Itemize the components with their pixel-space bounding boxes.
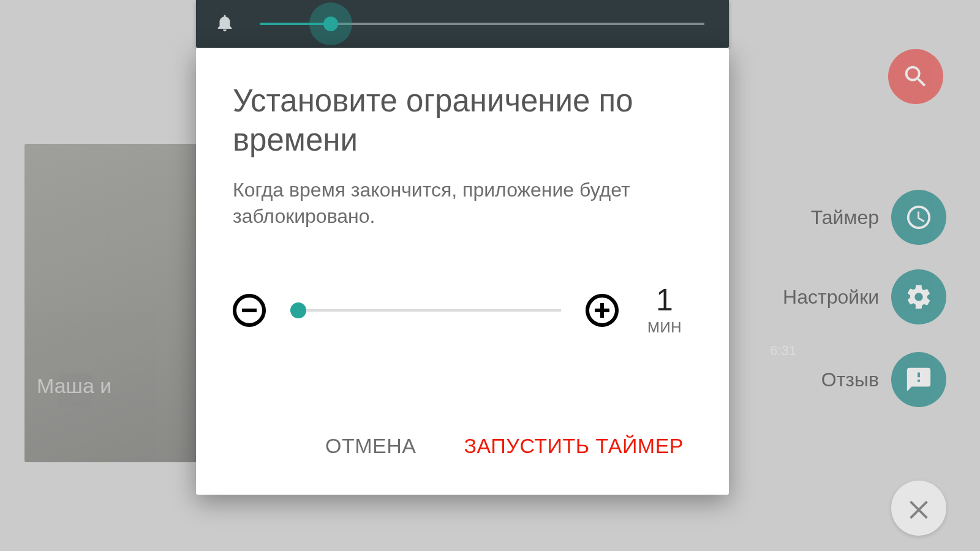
volume-slider[interactable]	[260, 23, 704, 25]
time-limit-dialog: Установите ограничение по времени Когда …	[196, 48, 729, 495]
time-value-number: 1	[656, 285, 673, 315]
volume-slider-thumb[interactable]	[323, 17, 338, 31]
system-volume-bar	[196, 0, 729, 48]
bell-icon	[214, 12, 235, 36]
start-timer-button[interactable]: ЗАПУСТИТЬ ТАЙМЕР	[462, 428, 686, 464]
increase-button[interactable]	[586, 294, 619, 327]
time-slider-thumb[interactable]	[290, 302, 306, 318]
minus-icon	[242, 309, 257, 312]
dialog-description: Когда время закончится, приложение будет…	[233, 177, 692, 230]
time-value: 1 МИН	[637, 285, 692, 336]
time-value-unit: МИН	[647, 319, 682, 336]
cancel-button[interactable]: ОТМЕНА	[323, 428, 418, 464]
dialog-title: Установите ограничение по времени	[233, 81, 692, 160]
dialog-actions: ОТМЕНА ЗАПУСТИТЬ ТАЙМЕР	[233, 403, 692, 495]
time-slider-row: 1 МИН	[233, 285, 692, 336]
time-slider[interactable]	[290, 309, 561, 312]
decrease-button[interactable]	[233, 294, 266, 327]
plus-icon-v	[600, 303, 604, 318]
